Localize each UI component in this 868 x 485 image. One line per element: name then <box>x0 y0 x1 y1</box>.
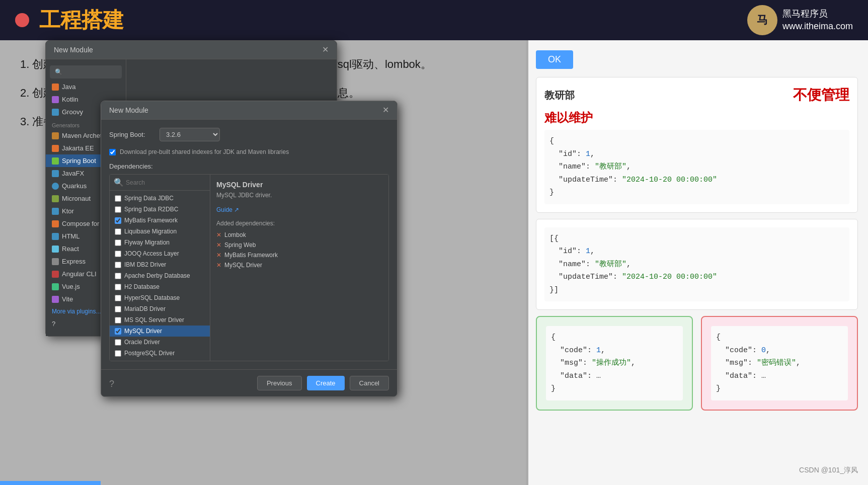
dep-mybatis[interactable]: MyBatis Framework <box>110 215 210 226</box>
react-icon <box>52 246 59 253</box>
sidebar-item-java[interactable]: Java <box>46 80 126 93</box>
bottom-panels: { "code": 1, "msg": "操作成功", "data": … } … <box>536 316 858 411</box>
sidebar-item-java-label: Java <box>62 83 75 91</box>
angular-icon <box>52 271 59 278</box>
dep-mysql-added-label: MySQL Driver <box>224 262 262 269</box>
guide-link[interactable]: Guide ↗ <box>216 206 239 213</box>
outer-modal-close[interactable]: ✕ <box>322 46 329 54</box>
dep-tag-lombok: ✕ Lombok <box>216 230 382 240</box>
dep-search-row: 🔍 <box>110 175 210 191</box>
vuejs-icon <box>52 283 59 290</box>
dep-search-input[interactable] <box>126 179 206 186</box>
jiaoyanbbu-label: 教研部 <box>544 89 575 102</box>
remove-springweb[interactable]: ✕ <box>216 241 221 249</box>
sidebar-item-javafx-label: JavaFX <box>62 170 84 177</box>
inner-modal-header: New Module ✕ <box>101 101 397 120</box>
dep-mariadb[interactable]: MariaDB Driver <box>110 303 210 314</box>
header: 工程搭建 马 黑马程序员 www.itheima.com <box>0 0 868 40</box>
dependencies-section: 🔍 Spring Data JDBC Spring Data R2DBC MyB… <box>109 174 389 361</box>
green-code: { "code": 1, "msg": "操作成功", "data": … } <box>546 326 683 400</box>
logo-icon: 马 <box>747 5 777 35</box>
previous-button[interactable]: Previous <box>257 376 302 390</box>
header-dot <box>15 13 29 27</box>
remove-mysql[interactable]: ✕ <box>216 262 221 269</box>
html-icon <box>52 233 59 240</box>
dep-detail-desc: MySQL JDBC driver. <box>216 192 382 199</box>
compose-icon <box>52 220 59 227</box>
logo-line1: 黑马程序员 <box>782 8 853 20</box>
progress-bar <box>0 481 101 485</box>
dep-mssql[interactable]: MS SQL Server Driver <box>110 314 210 326</box>
sidebar-item-vite-label: Vite <box>62 295 73 303</box>
dep-tag-springweb: ✕ Spring Web <box>216 240 382 250</box>
sidebar-item-jakarta-label: Jakarta EE <box>62 144 94 152</box>
added-deps-section: Added dependencies: ✕ Lombok ✕ Spring We… <box>216 220 382 270</box>
sidebar-item-ktor-label: Ktor <box>62 207 74 215</box>
dep-right-panel: MySQL Driver MySQL JDBC driver. Guide ↗ … <box>210 175 388 361</box>
inner-modal-close[interactable]: ✕ <box>382 106 389 114</box>
page-title: 工程搭建 <box>39 6 124 34</box>
dep-liquibase[interactable]: Liquibase Migration <box>110 226 210 237</box>
dep-hypersql[interactable]: HyperSQL Database <box>110 292 210 303</box>
springboot-version-label: Spring Boot: <box>109 131 154 138</box>
help-icon: ? <box>52 320 55 328</box>
warning-2: 难以维护 <box>544 110 849 126</box>
inner-modal: New Module ✕ Spring Boot: 3.2.6 Download… <box>101 101 398 397</box>
dep-oracle[interactable]: Oracle Driver <box>110 337 210 348</box>
section-1-header: 教研部 不便管理 <box>544 86 849 105</box>
warning-1: 不便管理 <box>793 86 849 105</box>
ktor-icon <box>52 208 59 215</box>
sidebar-item-vuejs-label: Vue.js <box>62 283 80 290</box>
springboot-icon <box>52 157 59 165</box>
dep-spring-jdbc[interactable]: Spring Data JDBC <box>110 193 210 204</box>
dep-h2[interactable]: H2 Database <box>110 281 210 292</box>
cancel-button[interactable]: Cancel <box>350 376 389 390</box>
sidebar-item-html-label: HTML <box>62 232 80 240</box>
inner-modal-footer: ? Previous Create Cancel <box>101 369 397 396</box>
green-panel: { "code": 1, "msg": "操作成功", "data": … } <box>536 316 693 411</box>
dep-mysql[interactable]: MySQL Driver <box>110 326 210 337</box>
code-block-2: [{ "id": 1, "name": "教研部", "updateTime":… <box>544 227 849 302</box>
prebuilt-checkbox[interactable] <box>109 149 116 155</box>
dep-jooq[interactable]: JOOQ Access Layer <box>110 248 210 259</box>
dep-spring-r2dbc[interactable]: Spring Data R2DBC <box>110 204 210 215</box>
dep-springweb-label: Spring Web <box>224 241 256 249</box>
springboot-version-select[interactable]: 3.2.6 <box>160 128 220 141</box>
inner-modal-body: Spring Boot: 3.2.6 Download pre-built sh… <box>101 120 397 369</box>
inner-modal-title: New Module <box>109 106 148 114</box>
sidebar-search[interactable] <box>50 65 122 78</box>
jakarta-icon <box>52 145 59 152</box>
ok-button[interactable]: OK <box>536 50 573 69</box>
maven-icon <box>52 132 59 139</box>
right-section-1: 教研部 不便管理 难以维护 { "id": 1, "name": "教研部", … <box>536 77 858 213</box>
watermark: CSDN @101_淳风 <box>799 466 858 475</box>
dep-list: Spring Data JDBC Spring Data R2DBC MyBat… <box>110 191 210 361</box>
prebuilt-checkbox-row: Download pre-built shared indexes for JD… <box>109 148 389 155</box>
red-code: { "code": 0, "msg": "密码错误", "data": … } <box>711 326 848 400</box>
remove-lombok[interactable]: ✕ <box>216 231 221 238</box>
create-button[interactable]: Create <box>307 376 345 390</box>
springboot-version-row: Spring Boot: 3.2.6 <box>109 128 389 141</box>
dep-apache-derby[interactable]: Apache Derby Database <box>110 270 210 281</box>
sidebar-item-express-label: Express <box>62 258 86 265</box>
dep-tag-mybatis-added: ✕ MyBatis Framework <box>216 250 382 260</box>
dep-left-panel: 🔍 Spring Data JDBC Spring Data R2DBC MyB… <box>110 175 210 361</box>
sidebar-item-groovy-label: Groovy <box>62 108 83 116</box>
dep-search-icon: 🔍 <box>114 178 124 187</box>
more-plugins-label: More via plugins... <box>52 308 101 315</box>
dep-postgresql[interactable]: PostgreSQL Driver <box>110 348 210 359</box>
logo-text: 黑马程序员 www.itheima.com <box>782 8 853 33</box>
sidebar-item-kotlin-label: Kotlin <box>62 96 78 103</box>
red-panel: { "code": 0, "msg": "密码错误", "data": … } <box>701 316 858 411</box>
micronaut-icon <box>52 195 59 202</box>
remove-mybatis[interactable]: ✕ <box>216 252 221 259</box>
logo: 马 黑马程序员 www.itheima.com <box>747 5 853 35</box>
vite-icon <box>52 296 59 303</box>
sidebar-item-angular-label: Angular CLI <box>62 270 97 278</box>
dep-flyway[interactable]: Flyway Migration <box>110 237 210 248</box>
dep-ibmdb2[interactable]: IBM DB2 Driver <box>110 259 210 270</box>
outer-modal-header: New Module ✕ <box>46 41 337 59</box>
logo-line2: www.itheima.com <box>782 20 853 33</box>
footer-help-icon[interactable]: ? <box>109 379 114 389</box>
code-block-1: { "id": 1, "name": "教研部", "updateTime": … <box>544 130 849 204</box>
